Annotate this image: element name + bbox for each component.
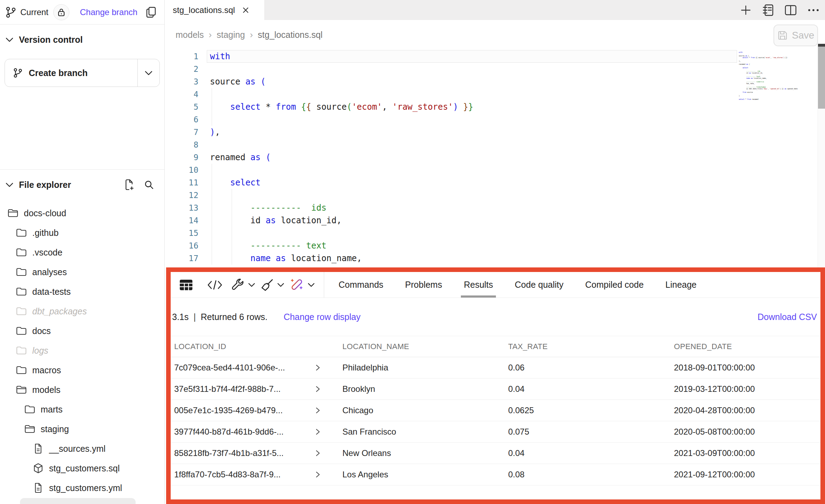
file-tree-item-marts[interactable]: marts [0,400,164,419]
file-tree-item-docs-cloud[interactable]: docs-cloud [0,203,164,223]
panel-tab-lineage[interactable]: Lineage [666,272,697,298]
new-tab-icon[interactable] [740,5,751,16]
cell-location-id: 7c079cea-5ed4-4101-906e-... [171,363,339,373]
line-number: 15 [165,227,198,239]
line-number: 17 [165,252,198,265]
cell-location-name: San Francisco [339,427,505,437]
new-file-icon[interactable] [124,179,134,190]
file-tree-item-docs[interactable]: docs [0,321,164,341]
broom-icon [260,278,274,292]
file-tree-item-data-tests[interactable]: data-tests [0,282,164,301]
code-line-12[interactable] [210,189,473,202]
cell-location-id: 37e5f311-b7f4-4f2f-988b-7... [171,384,339,394]
cell-opened-date: 2018-09-01T00:00:00 [670,363,820,373]
code-line-6[interactable] [210,113,473,126]
file-tree-item-analyses[interactable]: analyses [0,262,164,282]
code-line-11[interactable]: select [210,176,473,189]
create-branch-button[interactable]: Create branch [5,59,160,87]
change-branch-link[interactable]: Change branch [80,7,137,17]
code-line-17[interactable]: name as location_name, [210,252,473,265]
panel-tab-commands[interactable]: Commands [339,272,383,298]
cell-tax-rate: 0.04 [505,448,670,458]
code-line-13[interactable]: ---------- ids [210,202,473,214]
create-branch-dropdown[interactable] [138,59,159,87]
folder-open-icon [8,209,18,218]
expand-row-icon[interactable] [315,407,320,414]
panel-tab-results[interactable]: Results [464,272,493,298]
column-header-opened-date: OPENED_DATE [670,342,820,351]
results-table-header: LOCATION_IDLOCATION_NAMETAX_RATEOPENED_D… [171,336,820,357]
code-line-7[interactable]: ), [210,126,473,138]
copy-branch-icon[interactable] [146,6,156,18]
folder-icon [16,346,27,355]
editor-scrollbar[interactable] [818,44,825,267]
code-line-10[interactable] [210,164,473,176]
file-tree-item-macros[interactable]: macros [0,360,164,380]
code-line-14[interactable]: id as location_id, [210,214,473,227]
minimap-line-4: select * from {{ source('ecom', 'raw_sto… [739,57,795,59]
file-tree-label: stg_customers.yml [49,483,122,493]
file-explorer-title: File explorer [19,180,71,190]
search-icon[interactable] [144,180,154,190]
tab-stg-locations[interactable]: stg_locations.sql [165,0,264,20]
code-line-4[interactable] [210,88,473,101]
expand-row-icon[interactable] [315,450,320,457]
file-tree-label: marts [41,404,63,415]
file-tree-item-logs[interactable]: logs [0,341,164,360]
code-line-9[interactable]: renamed as ( [210,151,473,164]
expand-row-icon[interactable] [315,428,320,435]
file-tree-item-stg-customers-yml[interactable]: stg_customers.yml [0,478,164,498]
code-line-2[interactable] [210,63,473,75]
table-grid-icon[interactable] [176,279,197,291]
toolbar-divider [324,272,324,298]
notebook-icon[interactable] [762,4,774,16]
download-csv-link[interactable]: Download CSV [757,312,817,322]
file-tree-item-sources-yml[interactable]: __sources.yml [0,439,164,458]
save-button[interactable]: Save [773,25,818,46]
folder-icon [16,366,27,375]
breadcrumb-separator: › [209,29,212,40]
create-branch-main[interactable]: Create branch [5,59,137,87]
file-tree-item-staging[interactable]: staging [0,419,164,439]
expand-row-icon[interactable] [315,364,320,371]
code-line-5[interactable]: select * from {{ source('ecom', 'raw_sto… [210,101,473,113]
cell-opened-date: 2021-09-12T00:00:00 [670,470,820,479]
column-header-location-name: LOCATION_NAME [339,342,505,351]
code-icon[interactable] [204,280,226,290]
file-tree-label: .vscode [32,247,62,258]
split-editor-icon[interactable] [784,5,797,16]
panel-tab-code-quality[interactable]: Code quality [515,272,564,298]
code-line-16[interactable]: ---------- text [210,239,473,252]
model-icon [33,463,43,474]
current-branch-label: Current [20,7,48,17]
file-tree-selected-item[interactable] [20,498,136,504]
code-line-1[interactable]: with [210,50,473,63]
code-editor[interactable]: 1234567891011121314151617 withsource as … [165,50,825,267]
panel-toolbar: CommandsProblemsResultsCode qualityCompi… [171,272,820,298]
file-explorer-header[interactable]: File explorer [6,178,154,192]
more-options-icon[interactable] [807,8,819,12]
scrollbar-thumb[interactable] [818,47,825,109]
format-dropdown[interactable] [260,278,284,292]
wrench-dropdown[interactable] [231,278,255,292]
close-icon[interactable] [242,6,250,14]
expand-row-icon[interactable] [315,386,320,393]
code-line-8[interactable] [210,138,473,151]
minimap[interactable]: withsource as ( select * from {{ source(… [739,52,795,100]
file-tree-item-stg-customers-sql[interactable]: stg_customers.sql [0,458,164,478]
file-tree-item-dbt-packages[interactable]: dbt_packages [0,301,164,321]
code-line-15[interactable] [210,227,473,239]
version-control-header[interactable]: Version control [6,33,159,47]
copilot-dropdown[interactable] [289,277,315,293]
file-tree-item-github[interactable]: .github [0,223,164,243]
file-tree-item-models[interactable]: models [0,380,164,400]
minimap-line-28: select * from renamed [739,98,795,100]
expand-row-icon[interactable] [315,471,320,478]
code-area[interactable]: withsource as ( select * from {{ source(… [210,50,473,265]
code-line-3[interactable]: source as ( [210,75,473,88]
panel-tab-problems[interactable]: Problems [405,272,442,298]
file-tree-item-vscode[interactable]: .vscode [0,243,164,262]
change-row-display-link[interactable]: Change row display [284,312,361,322]
panel-tab-compiled-code[interactable]: Compiled code [585,272,644,298]
status-separator: | [193,312,196,322]
